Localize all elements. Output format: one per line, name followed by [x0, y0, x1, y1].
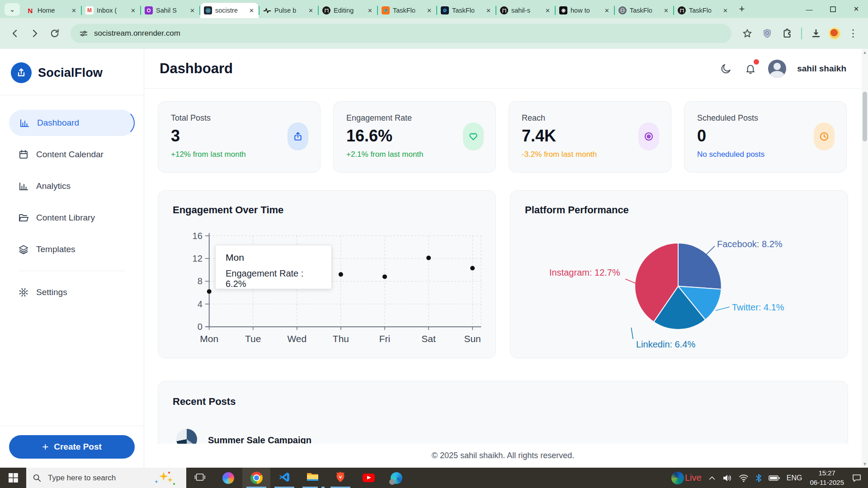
browser-viewport: SocialFlow DashboardContent CalendarAnal… — [0, 49, 868, 468]
browser-tab[interactable]: Pulse b✕ — [259, 3, 318, 18]
action-center-button[interactable] — [849, 468, 868, 488]
user-avatar[interactable] — [768, 60, 786, 78]
battery-button[interactable] — [765, 468, 783, 488]
tab-close-icon[interactable]: ✕ — [663, 7, 670, 14]
bluetooth-button[interactable] — [752, 468, 765, 488]
bookmark-star-icon — [742, 28, 753, 39]
tab-close-icon[interactable]: ✕ — [426, 7, 433, 14]
wifi-button[interactable] — [736, 468, 752, 488]
browser-menu-button[interactable]: ⋮ — [845, 26, 861, 41]
browser-tab[interactable]: how to✕ — [556, 3, 614, 18]
tab-close-icon[interactable]: ✕ — [722, 7, 729, 14]
sidebar-item-label: Content Library — [36, 213, 95, 223]
tab-close-icon[interactable]: ✕ — [130, 7, 137, 14]
browser-tab[interactable]: MInbox (✕ — [82, 3, 140, 18]
scrollbar-down-arrow[interactable]: ▼ — [862, 460, 868, 468]
sidebar-item-templates[interactable]: Templates — [9, 236, 135, 263]
stat-delta: No scheduled posts — [697, 150, 834, 159]
heart-icon — [463, 122, 484, 150]
site-settings-icon[interactable] — [79, 28, 89, 38]
browser-tab[interactable]: sahil-s✕ — [496, 3, 555, 18]
back-icon — [9, 28, 20, 39]
sidebar-item-content-calendar[interactable]: Content Calendar — [9, 141, 135, 168]
browser-profile-avatar[interactable] — [828, 27, 841, 40]
vscode-icon — [278, 471, 290, 485]
taskbar-app-chrome[interactable] — [242, 468, 270, 488]
search-highlights-sparkles-icon — [153, 470, 176, 486]
taskbar-clock[interactable]: 15:27 06-11-2025 — [805, 469, 849, 487]
browser-tab-active[interactable]: socistre✕ — [200, 3, 259, 18]
browser-tab[interactable]: Editing✕ — [319, 3, 377, 18]
dark-mode-toggle[interactable] — [719, 62, 733, 75]
new-tab-button[interactable]: + — [734, 1, 750, 17]
volume-button[interactable] — [719, 468, 736, 488]
browser-tab[interactable]: TaskFlo✕ — [674, 3, 732, 18]
page-scrollbar[interactable]: ▲ ▼ — [862, 49, 868, 468]
tab-close-icon[interactable]: ✕ — [307, 7, 314, 14]
create-post-button[interactable]: + Create Post — [9, 435, 135, 459]
forward-button[interactable] — [27, 26, 42, 41]
bookmark-button[interactable] — [740, 26, 755, 41]
tab-search-button[interactable]: ⌄ — [5, 3, 20, 16]
taskbar-app-vscode[interactable] — [270, 468, 298, 488]
brand-logo-icon — [11, 62, 32, 83]
tab-close-icon[interactable]: ✕ — [604, 7, 610, 14]
downloads-button[interactable] — [808, 26, 824, 41]
back-button[interactable] — [7, 26, 23, 41]
brave-icon — [335, 471, 346, 485]
sidebar-item-settings[interactable]: Settings — [9, 279, 135, 305]
window-maximize-button[interactable] — [821, 0, 844, 18]
tab-title: how to — [571, 7, 600, 14]
tab-close-icon[interactable]: ✕ — [71, 7, 77, 14]
stat-label: Scheduled Posts — [697, 113, 834, 123]
taskbar-search-box[interactable]: Type here to search — [26, 468, 186, 488]
live-match-app[interactable]: Live — [668, 468, 705, 488]
pie-slice-facebook[interactable] — [678, 243, 722, 289]
browser-tab[interactable]: Sahil S✕ — [141, 3, 199, 18]
tab-close-icon[interactable]: ✕ — [189, 7, 196, 14]
sidebar-item-content-library[interactable]: Content Library — [9, 205, 135, 231]
language-switcher[interactable]: ENG — [783, 468, 806, 488]
notification-dot — [754, 59, 759, 65]
privacy-shield-icon[interactable] — [760, 26, 775, 41]
tab-close-icon[interactable]: ✕ — [248, 7, 255, 14]
browser-tab[interactable]: NHome✕ — [23, 3, 81, 18]
tab-close-icon[interactable]: ✕ — [367, 7, 373, 14]
clock-date: 06-11-2025 — [810, 478, 844, 487]
browser-tab[interactable]: TaskFlo✕ — [378, 3, 436, 18]
chart-tooltip: Mon Engagement Rate : 6.2% — [215, 245, 332, 289]
taskbar-app-file-explorer[interactable] — [298, 468, 326, 488]
taskbar-app-copilot[interactable] — [214, 468, 242, 488]
browser-tab[interactable]: TaskFlo✕ — [615, 3, 673, 18]
address-bar[interactable]: socistream.onrender.com — [71, 24, 731, 43]
svg-text:Tue: Tue — [245, 333, 261, 344]
pie-label-linkedin: Linkedin: 6.4% — [636, 339, 695, 350]
start-button[interactable] — [0, 468, 26, 488]
reload-button[interactable] — [47, 26, 62, 41]
favicon-react-icon — [204, 6, 212, 14]
sidebar-item-dashboard[interactable]: Dashboard — [9, 110, 135, 136]
create-post-area: + Create Post — [0, 426, 144, 468]
shield-icon — [762, 28, 773, 39]
window-minimize-button[interactable]: — — [797, 0, 821, 18]
toolbar-divider — [801, 28, 802, 39]
taskbar-app-youtube[interactable] — [354, 468, 382, 488]
sidebar-item-label: Templates — [36, 244, 75, 254]
edge-icon — [391, 472, 402, 484]
tabs-container: NHome✕MInbox (✕Sahil S✕socistre✕Pulse b✕… — [23, 0, 732, 18]
taskbar-app-task-view[interactable] — [186, 468, 214, 488]
browser-tab[interactable]: TaskFlo✕ — [437, 3, 495, 18]
main-page: Dashboard sahil shaikh Total Posts3+12% … — [144, 49, 862, 468]
taskbar-app-edge[interactable] — [382, 468, 410, 488]
sidebar-item-analytics[interactable]: Analytics — [9, 173, 135, 199]
tab-close-icon[interactable]: ✕ — [485, 7, 492, 14]
window-close-button[interactable]: ✕ — [844, 0, 868, 18]
taskbar-app-brave[interactable] — [326, 468, 354, 488]
scrollbar-up-arrow[interactable]: ▲ — [862, 49, 868, 56]
tray-expand-button[interactable] — [705, 468, 719, 488]
scrollbar-thumb[interactable] — [863, 92, 867, 141]
tab-close-icon[interactable]: ✕ — [544, 7, 551, 14]
svg-text:Fri: Fri — [379, 333, 390, 344]
extensions-button[interactable] — [779, 26, 795, 41]
notifications-button[interactable] — [744, 62, 757, 75]
